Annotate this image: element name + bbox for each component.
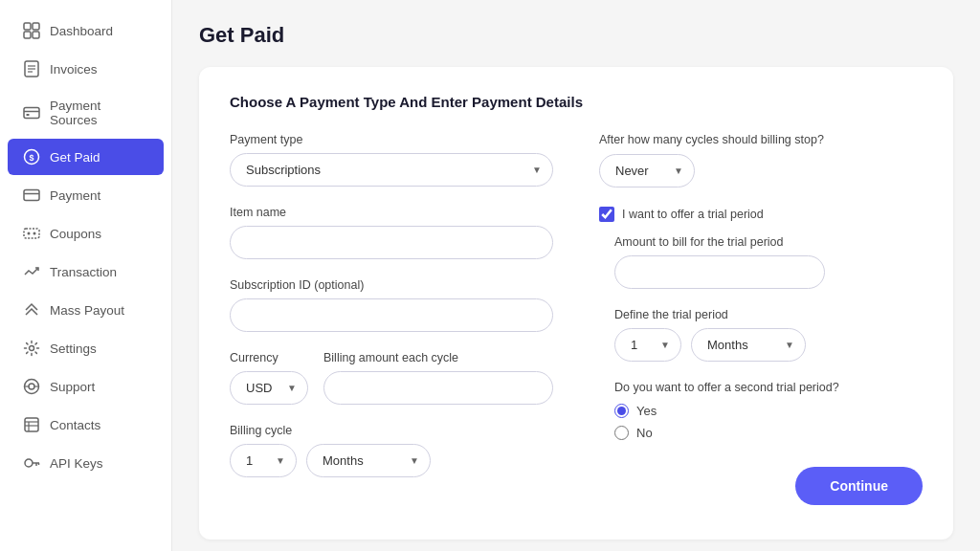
transaction-icon — [23, 263, 40, 280]
define-trial-label: Define the trial period — [614, 308, 923, 321]
coupons-icon — [23, 225, 40, 242]
radio-no-item: No — [614, 426, 923, 440]
radio-yes-item: Yes — [614, 404, 923, 418]
dashboard-icon — [23, 22, 40, 39]
billing-cycle-number-select[interactable]: 1 2 3 6 12 — [230, 444, 297, 477]
billing-cycle-label: Billing cycle — [230, 424, 553, 437]
sidebar-item-contacts-label: Contacts — [50, 418, 100, 432]
trial-checkbox-row: I want to offer a trial period — [599, 207, 923, 222]
subscription-id-group: Subscription ID (optional) — [230, 278, 553, 332]
trial-checkbox[interactable] — [599, 207, 614, 222]
item-name-label: Item name — [230, 206, 553, 219]
payment-card: Choose A Payment Type And Enter Payment … — [199, 67, 953, 540]
trial-amount-group: Amount to bill for the trial period — [614, 235, 923, 289]
svg-text:$: $ — [29, 153, 33, 163]
payment-type-group: Payment type Subscriptions One-time Recu… — [230, 133, 553, 187]
sidebar-item-api-keys-label: API Keys — [50, 456, 103, 471]
trial-period-section: Amount to bill for the trial period Defi… — [599, 235, 923, 440]
billing-amount-wrap: Billing amount each cycle — [323, 351, 553, 405]
trial-amount-label: Amount to bill for the trial period — [614, 235, 923, 249]
mass-payout-icon — [23, 301, 40, 319]
payment-type-select-wrapper: Subscriptions One-time Recurring ▼ — [230, 153, 553, 187]
define-trial-group: Define the trial period 1 2 3 ▼ — [614, 308, 923, 362]
item-name-group: Item name — [230, 206, 553, 259]
define-trial-period-wrapper: Days Weeks Months Years ▼ — [691, 328, 806, 362]
sidebar-item-transaction[interactable]: Transaction — [8, 253, 164, 290]
get-paid-icon: $ — [23, 148, 40, 165]
payment-icon — [23, 187, 40, 204]
form-left: Payment type Subscriptions One-time Recu… — [230, 133, 553, 505]
sidebar-item-api-keys[interactable]: API Keys — [8, 445, 164, 481]
main-content: Get Paid Choose A Payment Type And Enter… — [172, 0, 980, 551]
billing-cycle-period-wrapper: Days Weeks Months Years ▼ — [306, 444, 431, 477]
svg-rect-23 — [25, 418, 38, 431]
sidebar-item-mass-payout-label: Mass Payout — [50, 303, 124, 318]
contacts-icon — [23, 416, 40, 433]
sidebar-item-invoices-label: Invoices — [50, 62, 98, 77]
svg-point-16 — [28, 232, 31, 235]
sidebar-item-invoices[interactable]: Invoices — [8, 51, 164, 87]
payment-type-select[interactable]: Subscriptions One-time Recurring — [230, 153, 553, 187]
support-icon — [23, 378, 40, 395]
api-keys-icon — [23, 454, 40, 472]
currency-select[interactable]: USD EUR GBP — [230, 371, 308, 405]
sidebar-item-dashboard-label: Dashboard — [50, 24, 113, 38]
form-right: After how many cycles should billing sto… — [599, 133, 923, 505]
billing-amount-input[interactable] — [323, 371, 553, 405]
page-title: Get Paid — [199, 23, 953, 48]
svg-rect-10 — [27, 114, 30, 116]
define-trial-number-select[interactable]: 1 2 3 — [614, 328, 681, 362]
radio-no-label[interactable]: No — [636, 426, 653, 440]
stop-billing-select-wrapper: Never After 1 After 3 After 6 After 12 ▼ — [599, 154, 695, 187]
svg-rect-13 — [24, 190, 39, 201]
svg-point-17 — [33, 232, 36, 235]
sidebar-item-payment[interactable]: Payment — [8, 177, 164, 213]
sidebar-item-payment-label: Payment — [50, 188, 100, 203]
sidebar-item-get-paid-label: Get Paid — [50, 150, 100, 165]
trial-amount-input[interactable] — [614, 255, 825, 289]
svg-rect-15 — [24, 229, 39, 238]
sidebar-item-payment-sources[interactable]: Payment Sources — [8, 89, 164, 137]
billing-cycle-period-select[interactable]: Days Weeks Months Years — [306, 444, 431, 477]
subscription-id-input[interactable] — [230, 298, 553, 332]
svg-rect-1 — [33, 23, 39, 30]
svg-rect-8 — [24, 108, 39, 119]
define-trial-period-select[interactable]: Days Weeks Months Years — [691, 328, 806, 362]
billing-amount-label: Billing amount each cycle — [323, 351, 553, 364]
settings-icon — [23, 340, 40, 357]
sidebar-item-mass-payout[interactable]: Mass Payout — [8, 292, 164, 328]
sidebar-item-get-paid[interactable]: $ Get Paid — [8, 139, 164, 175]
billing-cycle-row: 1 2 3 6 12 ▼ Days Weeks — [230, 444, 553, 477]
radio-no[interactable] — [614, 426, 629, 440]
currency-select-wrapper: USD EUR GBP ▼ — [230, 371, 308, 405]
define-trial-number-wrapper: 1 2 3 ▼ — [614, 328, 681, 362]
second-trial-group: Do you want to offer a second trial peri… — [614, 381, 923, 440]
currency-billing-group: Currency USD EUR GBP ▼ Billing amount ea… — [230, 351, 553, 405]
payment-type-label: Payment type — [230, 133, 553, 146]
radio-yes-label[interactable]: Yes — [636, 404, 657, 418]
sidebar-item-contacts[interactable]: Contacts — [8, 407, 164, 443]
sidebar-item-payment-sources-label: Payment Sources — [50, 99, 148, 127]
svg-rect-2 — [24, 32, 31, 38]
sidebar: Dashboard Invoices Payment Sources — [0, 0, 172, 551]
item-name-input[interactable] — [230, 226, 553, 259]
sidebar-item-settings[interactable]: Settings — [8, 330, 164, 366]
payment-sources-icon — [23, 104, 40, 121]
sidebar-item-dashboard[interactable]: Dashboard — [8, 12, 164, 49]
sidebar-item-support-label: Support — [50, 380, 95, 394]
sidebar-item-settings-label: Settings — [50, 342, 97, 356]
trial-checkbox-label[interactable]: I want to offer a trial period — [622, 208, 764, 221]
sidebar-item-transaction-label: Transaction — [50, 265, 117, 279]
continue-button[interactable]: Continue — [795, 467, 923, 505]
invoices-icon — [23, 60, 40, 77]
radio-yes[interactable] — [614, 404, 629, 418]
sidebar-item-support[interactable]: Support — [8, 368, 164, 405]
form-layout: Payment type Subscriptions One-time Recu… — [230, 133, 923, 505]
stop-billing-group: After how many cycles should billing sto… — [599, 133, 923, 187]
stop-billing-label: After how many cycles should billing sto… — [599, 133, 923, 146]
svg-point-18 — [30, 346, 34, 351]
sidebar-item-coupons[interactable]: Coupons — [8, 215, 164, 252]
svg-rect-3 — [33, 32, 39, 38]
stop-billing-select[interactable]: Never After 1 After 3 After 6 After 12 — [599, 154, 695, 187]
define-trial-row: 1 2 3 ▼ Days Weeks Months — [614, 328, 923, 362]
